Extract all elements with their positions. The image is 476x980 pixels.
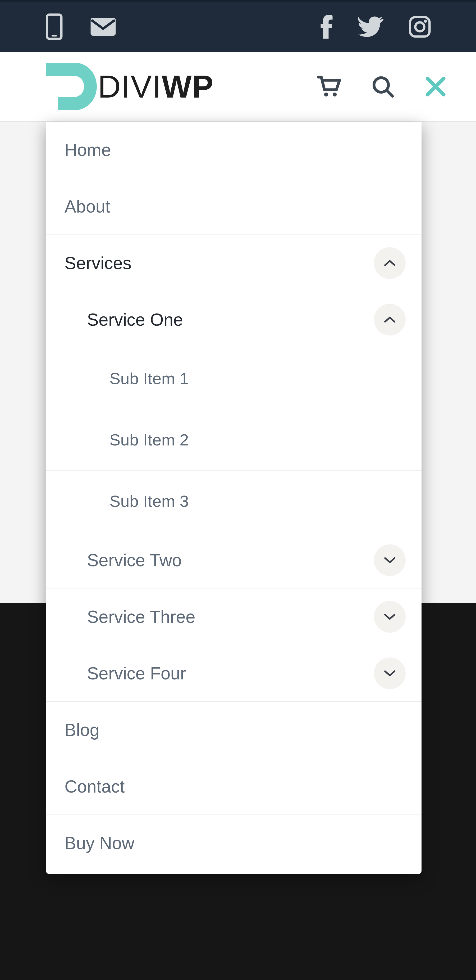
menu-item-sub-2[interactable]: Sub Item 2: [46, 409, 422, 471]
svg-point-6: [333, 92, 337, 97]
logo-text-part1: DIVI: [98, 71, 162, 102]
expand-toggle[interactable]: [374, 544, 406, 576]
menu-item-sub-3[interactable]: Sub Item 3: [46, 471, 422, 532]
menu-item-service-two[interactable]: Service Two: [46, 532, 422, 589]
menu-item-label: Services: [65, 253, 131, 273]
menu-item-label: Sub Item 1: [110, 369, 189, 388]
topbar-left-group: [45, 13, 118, 40]
menu-item-contact[interactable]: Contact: [46, 758, 422, 815]
menu-item-label: Contact: [65, 776, 124, 797]
menu-item-label: Service Four: [87, 663, 186, 683]
svg-point-5: [324, 92, 328, 97]
svg-rect-1: [52, 35, 57, 37]
expand-toggle[interactable]: [374, 657, 406, 689]
menu-item-label: Sub Item 2: [110, 430, 189, 449]
expand-toggle[interactable]: [374, 601, 406, 633]
close-icon[interactable]: [424, 75, 447, 98]
mobile-menu-panel: Home About Services Service One Sub Item…: [46, 122, 422, 874]
twitter-icon[interactable]: [358, 16, 384, 37]
menu-item-buy-now[interactable]: Buy Now: [46, 815, 422, 871]
svg-line-8: [386, 90, 392, 96]
chevron-up-icon: [384, 259, 396, 267]
menu-item-services[interactable]: Services: [46, 235, 422, 291]
menu-item-home[interactable]: Home: [46, 122, 422, 178]
svg-point-3: [416, 22, 424, 31]
menu-item-label: Buy Now: [65, 833, 134, 853]
main-header: DIVIWP: [0, 52, 476, 122]
menu-item-label: Service Two: [87, 550, 181, 570]
menu-item-label: Sub Item 3: [110, 492, 189, 511]
menu-item-label: Blog: [65, 720, 99, 740]
menu-item-label: Service One: [87, 310, 183, 330]
facebook-icon[interactable]: [320, 15, 333, 38]
menu-item-service-four[interactable]: Service Four: [46, 645, 422, 702]
phone-icon[interactable]: [45, 13, 64, 40]
site-logo[interactable]: DIVIWP: [45, 60, 214, 113]
menu-item-service-three[interactable]: Service Three: [46, 589, 422, 645]
cart-icon[interactable]: [317, 75, 341, 98]
logo-mark-icon: [45, 60, 98, 113]
chevron-up-icon: [384, 316, 396, 323]
menu-item-about[interactable]: About: [46, 178, 422, 235]
menu-item-service-one[interactable]: Service One: [46, 291, 422, 348]
menu-item-sub-1[interactable]: Sub Item 1: [46, 348, 422, 409]
logo-wordmark: DIVIWP: [98, 71, 214, 102]
menu-item-label: Home: [65, 140, 111, 160]
menu-item-blog[interactable]: Blog: [46, 702, 422, 758]
svg-point-4: [424, 19, 427, 22]
menu-item-label: Service Three: [87, 607, 196, 627]
collapse-toggle[interactable]: [374, 304, 406, 336]
email-icon[interactable]: [89, 16, 118, 37]
topbar-social-group: [320, 15, 431, 38]
collapse-toggle[interactable]: [374, 247, 406, 279]
chevron-down-icon: [384, 670, 396, 677]
instagram-icon[interactable]: [409, 16, 431, 38]
logo-text-part2: WP: [162, 71, 214, 102]
top-secondary-bar: [0, 0, 476, 52]
header-icon-group: [317, 75, 447, 98]
search-icon[interactable]: [371, 75, 394, 98]
svg-rect-2: [410, 17, 430, 37]
chevron-down-icon: [384, 557, 396, 564]
chevron-down-icon: [384, 613, 396, 620]
menu-item-label: About: [65, 196, 110, 216]
